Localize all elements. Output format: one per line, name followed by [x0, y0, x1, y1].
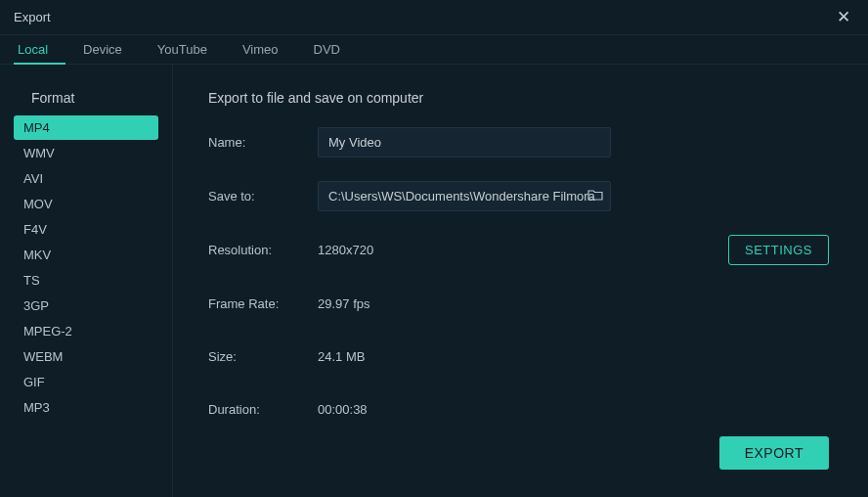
tab-youtube[interactable]: YouTube	[140, 35, 225, 64]
tab-vimeo[interactable]: Vimeo	[225, 35, 296, 64]
size-row: Size: 24.1 MB	[208, 341, 829, 371]
framerate-label: Frame Rate:	[208, 296, 318, 311]
export-button[interactable]: EXPORT	[719, 436, 829, 470]
saveto-field-wrap: C:\Users\WS\Documents\Wondershare Filmor…	[318, 181, 611, 211]
name-label: Name:	[208, 135, 318, 150]
saveto-row: Save to: C:\Users\WS\Documents\Wondersha…	[208, 181, 829, 211]
name-row: Name:	[208, 127, 829, 158]
format-sidebar: Format MP4 WMV AVI MOV F4V MKV TS 3GP MP…	[0, 65, 173, 497]
format-item-mp4[interactable]: MP4	[14, 115, 158, 140]
tab-dvd[interactable]: DVD	[296, 35, 358, 64]
name-input[interactable]	[318, 127, 611, 158]
window-title: Export	[14, 10, 51, 24]
framerate-value: 29.97 fps	[318, 296, 370, 311]
tab-bar: Local Device YouTube Vimeo DVD	[0, 35, 868, 65]
format-item-f4v[interactable]: F4V	[14, 217, 158, 242]
resolution-row: Resolution: 1280x720 SETTINGS	[208, 235, 829, 265]
format-item-mp3[interactable]: MP3	[14, 395, 158, 420]
content-area: Format MP4 WMV AVI MOV F4V MKV TS 3GP MP…	[0, 65, 868, 497]
titlebar: Export ✕	[0, 0, 868, 35]
format-item-ts[interactable]: TS	[14, 268, 158, 293]
panel-title: Export to file and save on computer	[208, 90, 829, 106]
folder-icon[interactable]	[587, 188, 603, 205]
main-panel: Export to file and save on computer Name…	[173, 65, 868, 497]
tab-local[interactable]: Local	[14, 35, 65, 64]
format-item-wmv[interactable]: WMV	[14, 141, 158, 165]
resolution-label: Resolution:	[208, 243, 318, 257]
format-item-mpeg2[interactable]: MPEG-2	[14, 319, 158, 343]
format-item-mkv[interactable]: MKV	[14, 243, 158, 267]
duration-value: 00:00:38	[318, 402, 368, 417]
settings-button[interactable]: SETTINGS	[728, 235, 829, 265]
tab-device[interactable]: Device	[65, 35, 140, 64]
format-item-mov[interactable]: MOV	[14, 192, 158, 216]
duration-row: Duration: 00:00:38	[208, 394, 829, 424]
saveto-input[interactable]: C:\Users\WS\Documents\Wondershare Filmor…	[318, 181, 611, 211]
resolution-value: 1280x720	[318, 243, 373, 257]
framerate-row: Frame Rate: 29.97 fps	[208, 289, 829, 318]
duration-label: Duration:	[208, 402, 318, 417]
format-item-3gp[interactable]: 3GP	[14, 294, 158, 318]
format-item-webm[interactable]: WEBM	[14, 344, 158, 369]
format-item-gif[interactable]: GIF	[14, 370, 158, 394]
size-label: Size:	[208, 349, 318, 364]
saveto-label: Save to:	[208, 189, 318, 203]
format-header: Format	[14, 90, 158, 115]
format-item-avi[interactable]: AVI	[14, 166, 158, 191]
size-value: 24.1 MB	[318, 349, 365, 364]
close-button[interactable]: ✕	[833, 7, 854, 27]
